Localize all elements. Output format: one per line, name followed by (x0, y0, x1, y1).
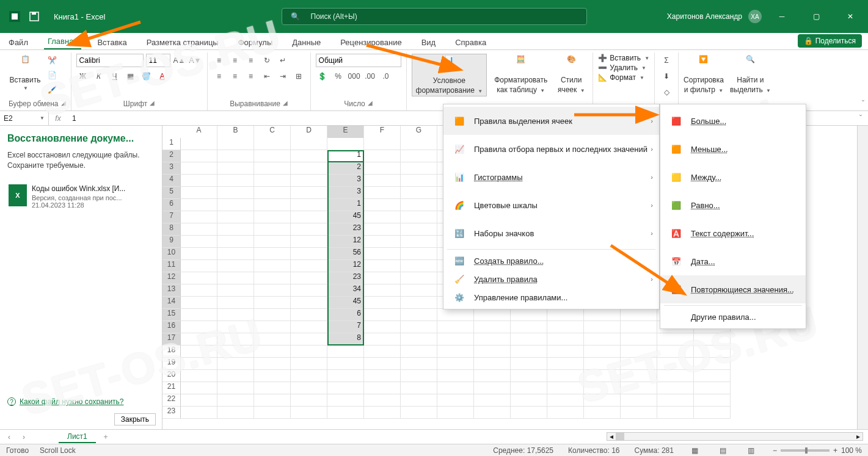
cell[interactable] (217, 150, 254, 162)
cell[interactable] (291, 394, 327, 407)
cell[interactable] (254, 284, 291, 297)
cell[interactable] (401, 175, 437, 187)
cell[interactable] (327, 138, 364, 150)
cell[interactable] (217, 370, 254, 382)
insert-cells-button[interactable]: ➕ Вставить ▼ (598, 54, 649, 62)
cell[interactable] (181, 394, 217, 407)
row-header[interactable]: 23 (162, 407, 181, 419)
recovery-close-button[interactable]: Закрыть (114, 413, 156, 425)
horizontal-scrollbar[interactable]: ◂▸ (607, 432, 863, 441)
cell[interactable] (547, 382, 584, 394)
cell[interactable] (291, 321, 327, 333)
cell[interactable] (181, 321, 217, 333)
row-header[interactable]: 18 (162, 346, 181, 358)
cell[interactable] (217, 321, 254, 333)
cell[interactable] (657, 407, 694, 419)
bold-button[interactable]: Ж (76, 70, 90, 83)
cell[interactable] (547, 394, 584, 407)
cell[interactable] (401, 199, 437, 211)
cell[interactable] (254, 394, 291, 407)
collapse-ribbon-icon[interactable]: ˇ (862, 100, 864, 108)
cell[interactable] (364, 223, 401, 236)
cell[interactable] (694, 407, 731, 419)
vertical-scrollbar[interactable] (857, 126, 868, 429)
column-header[interactable]: G (401, 126, 437, 138)
user-name[interactable]: Харитонов Александр (667, 12, 742, 21)
cell[interactable] (364, 394, 401, 407)
maximize-button[interactable]: ▢ (802, 7, 830, 26)
cell[interactable] (694, 346, 731, 358)
row-header[interactable]: 8 (162, 223, 181, 236)
cell[interactable] (401, 187, 437, 199)
cell[interactable] (474, 346, 511, 358)
cell[interactable] (254, 272, 291, 284)
cell[interactable] (401, 272, 437, 284)
menu-date-occurring[interactable]: 📅Дата... (660, 247, 806, 275)
cell[interactable] (584, 309, 621, 321)
menu-between[interactable]: 🟨Между... (660, 163, 806, 191)
cell[interactable] (401, 236, 437, 248)
cell[interactable]: 12 (327, 260, 364, 272)
cell[interactable] (547, 370, 584, 382)
row-header[interactable]: 15 (162, 309, 181, 321)
cell[interactable] (657, 333, 694, 346)
column-header[interactable]: F (364, 126, 401, 138)
menu-color-scales[interactable]: 🌈 Цветовые шкалы › (443, 191, 659, 219)
cell[interactable] (364, 321, 401, 333)
cell[interactable] (657, 394, 694, 407)
cell[interactable] (291, 260, 327, 272)
cell[interactable] (437, 394, 474, 407)
row-header[interactable]: 17 (162, 333, 181, 346)
view-normal-icon[interactable]: ▦ (688, 444, 702, 457)
cell[interactable] (547, 407, 584, 419)
tab-data[interactable]: Данные (288, 35, 324, 49)
align-center-icon[interactable]: ≡ (228, 70, 242, 83)
fx-icon[interactable]: fx (49, 114, 67, 123)
tab-file[interactable]: Файл (5, 35, 32, 49)
clear-icon[interactable]: ◇ (660, 85, 673, 99)
cell[interactable]: 1 (327, 150, 364, 162)
sheet-nav-prev[interactable]: ‹ (4, 433, 15, 441)
cell[interactable] (511, 394, 547, 407)
scrollbar-thumb[interactable] (616, 433, 624, 440)
cell[interactable] (364, 382, 401, 394)
sheet-nav-next[interactable]: › (18, 433, 29, 441)
cell[interactable] (511, 346, 547, 358)
cell[interactable] (401, 162, 437, 175)
cell[interactable] (621, 346, 657, 358)
font-size-select[interactable] (146, 54, 170, 67)
row-header[interactable]: 5 (162, 187, 181, 199)
row-header[interactable]: 11 (162, 260, 181, 272)
cell[interactable] (364, 333, 401, 346)
cell[interactable] (621, 358, 657, 370)
cell[interactable] (254, 162, 291, 175)
find-select-button[interactable]: 🔍 Найти и выделить ▼ (730, 54, 771, 94)
cell[interactable] (694, 333, 731, 346)
menu-text-contains[interactable]: 🅰️Текст содержит... (660, 219, 806, 247)
cell[interactable] (291, 150, 327, 162)
cell[interactable] (327, 346, 364, 358)
cell[interactable] (364, 187, 401, 199)
row-header[interactable]: 6 (162, 199, 181, 211)
align-bottom-icon[interactable]: ≡ (244, 54, 258, 67)
cell[interactable] (217, 297, 254, 309)
cell[interactable] (621, 370, 657, 382)
cell[interactable] (694, 358, 731, 370)
cell[interactable] (291, 297, 327, 309)
cell[interactable] (217, 358, 254, 370)
cell[interactable] (217, 211, 254, 223)
cell[interactable] (217, 333, 254, 346)
tab-formulas[interactable]: Формулы (235, 35, 277, 49)
name-box[interactable]: E2▼ (0, 111, 49, 125)
save-icon[interactable] (26, 8, 43, 25)
cell[interactable] (364, 175, 401, 187)
cell[interactable] (254, 346, 291, 358)
cell[interactable] (364, 260, 401, 272)
cell[interactable] (694, 382, 731, 394)
cell[interactable] (547, 346, 584, 358)
column-header[interactable]: B (217, 126, 254, 138)
cell[interactable] (181, 138, 217, 150)
row-header[interactable]: 14 (162, 297, 181, 309)
menu-more-rules[interactable]: Другие правила... (660, 308, 806, 326)
cell[interactable] (291, 407, 327, 419)
